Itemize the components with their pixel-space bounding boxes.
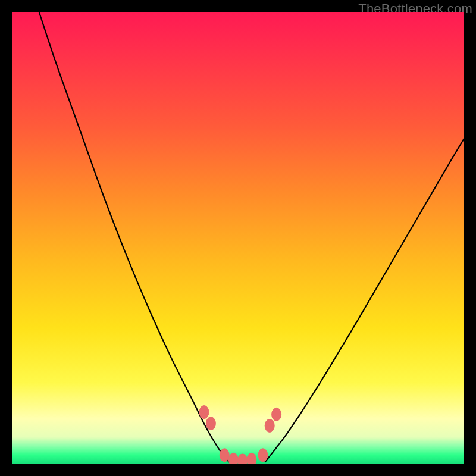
highlight-point: [238, 454, 248, 464]
highlight-point: [258, 449, 268, 462]
highlight-point: [199, 406, 209, 419]
highlight-point: [247, 453, 256, 464]
plot-area: [12, 12, 464, 464]
highlight-markers: [199, 406, 281, 464]
left-curve: [39, 12, 229, 462]
highlight-point: [206, 417, 215, 430]
highlight-point: [272, 408, 281, 421]
outer-frame: TheBottleneck.com: [0, 0, 476, 476]
right-curve: [265, 139, 464, 462]
highlight-point: [228, 453, 238, 464]
highlight-point: [220, 449, 229, 462]
curve-layer: [12, 12, 464, 464]
highlight-point: [265, 419, 274, 432]
